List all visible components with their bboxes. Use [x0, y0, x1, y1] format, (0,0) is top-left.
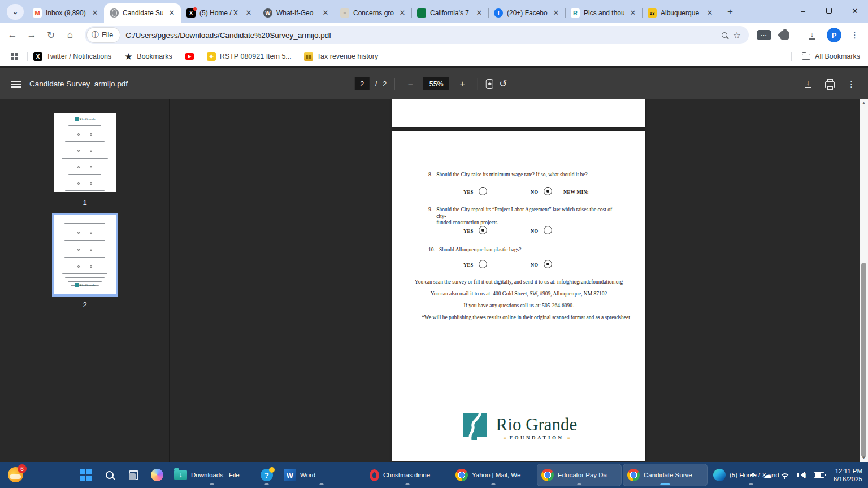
address-bar[interactable]: ⓘ File C:/Users/pgess/Downloads/Candidat…: [85, 26, 749, 44]
taskbar-clock[interactable]: 12:11 PM 6/16/2025: [834, 467, 862, 483]
scroll-up-icon[interactable]: ▲: [860, 99, 868, 107]
taskbar-item-search[interactable]: [98, 464, 121, 486]
volume-icon[interactable]: ): [797, 472, 806, 479]
browser-tab[interactable]: MInbox (9,890)✕: [27, 3, 104, 23]
bookmark-item[interactable]: ▶: [185, 53, 194, 60]
browser-tab[interactable]: Candidate Su✕: [104, 3, 181, 23]
tab-search-chevron-icon[interactable]: ⌄: [7, 4, 24, 20]
tab-close-icon[interactable]: ✕: [321, 8, 330, 18]
minimize-button[interactable]: –: [790, 0, 816, 21]
pdf-download-button[interactable]: ↓: [804, 80, 813, 88]
onedrive-cloud-icon[interactable]: ☁: [763, 472, 772, 478]
close-window-button[interactable]: ✕: [842, 0, 868, 21]
bookmarks-bar: XTwitter / Notifications★Bookmarks▶✦RSTP…: [0, 47, 868, 66]
battery-icon[interactable]: [814, 472, 824, 478]
wifi-icon[interactable]: [779, 472, 789, 479]
star-bookmark-icon: ★: [124, 52, 133, 61]
zoom-out-button[interactable]: −: [403, 77, 418, 91]
extensions-puzzle-icon[interactable]: [780, 31, 789, 40]
tab-close-icon[interactable]: ✕: [90, 8, 99, 18]
pdf-toolbar: Candidate Survey_armijo.pdf 2 / 2 − 55% …: [0, 66, 868, 99]
copilot-icon: [151, 469, 163, 481]
browser-tab[interactable]: WWhat-If-Geo✕: [258, 3, 335, 23]
pdf-print-button[interactable]: [825, 81, 835, 88]
back-button[interactable]: ←: [3, 26, 21, 44]
reload-button[interactable]: ↻: [42, 26, 60, 44]
all-bookmarks-button[interactable]: All Bookmarks: [785, 52, 860, 61]
bookmark-star-icon[interactable]: ☆: [733, 30, 741, 41]
browser-tab[interactable]: ≡Concerns gro✕: [335, 3, 411, 23]
bookmark-item[interactable]: ✦RSTP 080921 Item 5...: [207, 52, 292, 61]
taskbar-item-copilot[interactable]: [146, 464, 168, 486]
taskbar-item-explorer-downloads-file[interactable]: ↓Downloads - File: [170, 464, 254, 486]
extension-badge-icon[interactable]: ⋯: [757, 30, 771, 40]
browser-tab[interactable]: 13Albuquerque✕: [642, 3, 719, 23]
taskbar-item-word-word[interactable]: WWord: [279, 464, 364, 486]
browser-tab[interactable]: X(5) Home / X✕: [181, 3, 258, 23]
bookmark-item[interactable]: ★Bookmarks: [124, 52, 172, 61]
pdf-action-buttons: ↓ ⋮: [804, 79, 860, 89]
profile-avatar[interactable]: P: [827, 28, 841, 42]
yes-radio[interactable]: [479, 187, 487, 195]
taskbar-item-chrome-candidate-surve[interactable]: Candidate Surve: [623, 464, 708, 486]
taskbar-item-label: Christmas dinne: [383, 472, 445, 478]
folder-icon: [802, 54, 810, 60]
taskbar-item-help[interactable]: ?: [255, 464, 278, 486]
tab-close-icon[interactable]: ✕: [167, 8, 176, 18]
opera-icon: [370, 469, 379, 481]
taskbar-item-label: Word: [300, 472, 359, 478]
scrollbar[interactable]: ▲ ▼: [860, 99, 868, 462]
taskbar-item-taskview[interactable]: [122, 464, 145, 486]
browser-tab[interactable]: California's 7✕: [411, 3, 488, 23]
apps-grid-icon[interactable]: [11, 53, 18, 60]
tab-close-icon[interactable]: ✕: [244, 8, 253, 18]
new-tab-button[interactable]: +: [722, 4, 738, 20]
taskbar-item-chrome-yahoo-mail-we[interactable]: Yahoo | Mail, We: [451, 464, 536, 486]
taskbar-center-items: ↓Downloads - File?WWordChristmas dinneYa…: [75, 464, 793, 486]
browser-tab[interactable]: f(20+) Facebo✕: [488, 3, 565, 23]
rotate-button[interactable]: ↺: [499, 78, 507, 90]
word-icon: W: [284, 469, 296, 481]
browser-menu-icon[interactable]: ⋮: [850, 30, 859, 40]
yes-radio[interactable]: [479, 260, 487, 268]
page-number-input[interactable]: 2: [355, 77, 370, 90]
tab-close-icon[interactable]: ✕: [475, 8, 484, 18]
bookmark-label: Bookmarks: [137, 53, 172, 60]
downloads-icon[interactable]: ↓: [808, 31, 817, 40]
bookmark-item[interactable]: XTwitter / Notifications: [33, 52, 111, 61]
weather-widget-icon[interactable]: 6: [8, 467, 23, 482]
taskbar-item-opera-christmas-dinne[interactable]: Christmas dinne: [365, 464, 450, 486]
pdf-viewer-area: Rio Grande1Rio Grande2 Rio Grande ≡ FOUN…: [0, 99, 868, 462]
url-text[interactable]: C:/Users/pgess/Downloads/Candidate%20Sur…: [125, 31, 716, 40]
taskbar-item-start[interactable]: [75, 464, 97, 486]
tab-close-icon[interactable]: ✕: [552, 8, 561, 18]
scrollbar-thumb[interactable]: [861, 263, 866, 457]
tab-close-icon[interactable]: ✕: [705, 8, 714, 18]
bookmark-item[interactable]: ▮▮Tax revenue history: [304, 52, 378, 61]
zoom-page-icon[interactable]: [722, 32, 727, 38]
tab-close-icon[interactable]: ✕: [628, 8, 637, 18]
page-thumbnail-2[interactable]: Rio Grande2: [0, 215, 170, 309]
home-button[interactable]: ⌂: [61, 26, 79, 44]
zoom-in-button[interactable]: +: [455, 77, 470, 91]
browser-tab[interactable]: RPics and thou✕: [565, 3, 642, 23]
tab-close-icon[interactable]: ✕: [398, 8, 407, 18]
no-radio[interactable]: [544, 260, 552, 268]
pdf-menu-icon[interactable]: [11, 81, 21, 88]
survey-footer-line: If you have any questions call us at: 50…: [392, 303, 645, 308]
no-radio[interactable]: [544, 187, 552, 195]
forward-button[interactable]: →: [23, 26, 41, 44]
chrome-icon: [627, 469, 640, 481]
file-scheme-chip[interactable]: ⓘ File: [87, 28, 120, 42]
pdf-more-menu-icon[interactable]: ⋮: [847, 79, 856, 89]
fit-page-button[interactable]: [486, 79, 493, 89]
maximize-button[interactable]: [816, 0, 842, 21]
scroll-down-icon[interactable]: ▼: [860, 454, 868, 462]
taskbar-item-chrome-educator-pay-da[interactable]: Educator Pay Da: [537, 464, 622, 486]
logo-ornament-right: ≡: [567, 435, 570, 441]
page-thumbnail-1[interactable]: Rio Grande1: [0, 113, 170, 207]
no-radio[interactable]: [544, 226, 552, 234]
yes-radio[interactable]: [479, 226, 487, 234]
tabs-container: MInbox (9,890)✕Candidate Su✕X(5) Home / …: [27, 3, 719, 23]
zoom-level-input[interactable]: 55%: [423, 77, 449, 90]
